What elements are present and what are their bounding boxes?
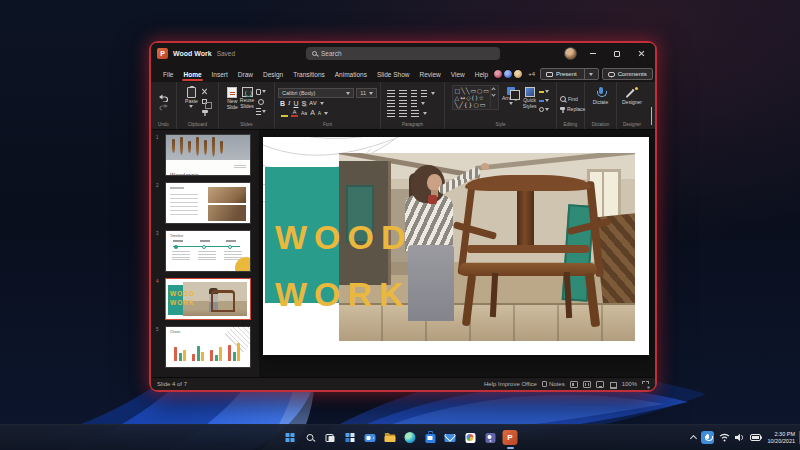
start-button[interactable] xyxy=(282,429,299,446)
wifi-icon[interactable] xyxy=(719,433,730,442)
quick-styles-button[interactable]: Quick Styles xyxy=(523,85,537,109)
close-button[interactable] xyxy=(633,47,649,61)
help-improve-office-link[interactable]: Help Improve Office xyxy=(484,381,537,387)
copy-button[interactable] xyxy=(200,98,210,105)
powerpoint-app-icon[interactable]: P xyxy=(157,48,168,59)
notes-button[interactable]: Notes xyxy=(542,381,565,387)
font-color-button[interactable]: A xyxy=(291,109,298,117)
align-right-icon[interactable] xyxy=(387,110,395,117)
designer-button[interactable]: Designer xyxy=(622,85,642,105)
layout-button[interactable] xyxy=(256,88,266,95)
redo-icon[interactable] xyxy=(158,104,169,111)
shapes-scroll[interactable] xyxy=(490,87,496,108)
collaborator-avatar-3[interactable] xyxy=(513,69,523,79)
tab-transitions[interactable]: Transitions xyxy=(288,71,330,82)
tab-design[interactable]: Design xyxy=(258,71,288,82)
fit-to-window-icon[interactable] xyxy=(642,381,649,388)
maximize-button[interactable] xyxy=(609,47,625,61)
teams-button[interactable] xyxy=(482,429,499,446)
paste-button[interactable]: Paste xyxy=(185,85,198,108)
photos-button[interactable] xyxy=(462,429,479,446)
highlight-color-button[interactable] xyxy=(280,109,288,117)
account-avatar[interactable] xyxy=(564,47,577,60)
battery-icon[interactable] xyxy=(750,434,762,441)
indent-increase-icon[interactable] xyxy=(421,90,427,97)
minimize-button[interactable] xyxy=(585,47,601,61)
new-slide-button[interactable]: New Slide xyxy=(227,85,238,110)
edge-button[interactable] xyxy=(402,429,419,446)
change-case-button[interactable]: Aa xyxy=(301,110,307,116)
tab-draw[interactable]: Draw xyxy=(233,71,258,82)
slideshow-view-button[interactable] xyxy=(609,381,617,388)
dictate-button[interactable]: Dictate xyxy=(593,85,609,105)
section-button[interactable] xyxy=(256,108,266,115)
task-view-button[interactable] xyxy=(322,429,339,446)
bold-button[interactable]: B xyxy=(280,100,285,107)
slide-thumbnail-2[interactable]: 2 xyxy=(165,182,251,224)
justify-icon[interactable] xyxy=(399,110,407,117)
line-spacing-icon[interactable] xyxy=(411,100,417,107)
tab-slide-show[interactable]: Slide Show xyxy=(372,71,415,82)
tab-home[interactable]: Home xyxy=(178,71,206,82)
file-explorer-button[interactable] xyxy=(382,429,399,446)
cut-button[interactable] xyxy=(200,88,210,95)
align-left-icon[interactable] xyxy=(387,100,395,107)
volume-icon[interactable] xyxy=(735,433,745,442)
shape-fill-button[interactable] xyxy=(539,88,549,95)
collaborator-avatar-2[interactable] xyxy=(503,69,513,79)
font-name-select[interactable]: Calibri (Body) xyxy=(278,88,354,98)
slide-sorter-view-button[interactable] xyxy=(583,381,591,388)
slide-thumbnail-3[interactable]: 3 Timeline xyxy=(165,230,251,272)
shape-outline-button[interactable] xyxy=(539,97,549,104)
collaborator-avatar-1[interactable] xyxy=(493,69,503,79)
tray-overflow-chevron[interactable] xyxy=(690,435,697,442)
store-button[interactable] xyxy=(422,429,439,446)
undo-icon[interactable] xyxy=(158,94,169,102)
reset-button[interactable] xyxy=(256,98,266,105)
present-dropdown[interactable] xyxy=(584,69,593,79)
slide-title-text[interactable]: WOOD WORK xyxy=(275,209,413,323)
present-button[interactable]: Present xyxy=(540,68,599,80)
indent-decrease-icon[interactable] xyxy=(411,90,417,97)
slide-thumbnail-4-selected[interactable]: 4 WOODWORK xyxy=(165,278,251,320)
shape-effects-button[interactable] xyxy=(539,106,549,113)
normal-view-button[interactable] xyxy=(570,381,578,388)
comments-button[interactable]: Comments xyxy=(602,68,653,80)
arrange-button[interactable]: Arrange xyxy=(502,85,520,105)
powerpoint-taskbar-button[interactable]: P xyxy=(502,429,519,446)
slide-editor[interactable]: WOOD WORK xyxy=(263,137,649,355)
reading-view-button[interactable] xyxy=(596,381,604,388)
shapes-gallery[interactable]: □╲╲▭○▭ △↔◇()☆ ╲╱{}○▭ xyxy=(452,85,499,110)
numbering-icon[interactable] xyxy=(399,90,407,97)
text-shadow-button[interactable]: S xyxy=(301,100,306,107)
mail-button[interactable] xyxy=(442,429,459,446)
microphone-in-use-icon[interactable] xyxy=(701,431,714,444)
font-size-select[interactable]: 11 xyxy=(356,88,377,98)
zoom-level[interactable]: 100% xyxy=(622,381,637,387)
tab-insert[interactable]: Insert xyxy=(207,71,233,82)
collapse-ribbon-button[interactable] xyxy=(651,108,652,126)
bullets-icon[interactable] xyxy=(387,90,395,97)
taskbar-search-button[interactable] xyxy=(302,429,319,446)
tab-review[interactable]: Review xyxy=(414,71,445,82)
underline-button[interactable]: U xyxy=(293,100,298,107)
replace-button[interactable]: Replace xyxy=(560,106,585,112)
slide-thumbnail-5[interactable]: 5 Charts xyxy=(165,326,251,368)
italic-button[interactable]: I xyxy=(288,100,290,107)
tab-file[interactable]: File xyxy=(158,71,178,82)
columns-icon[interactable] xyxy=(411,110,419,117)
slide-thumbnail-1[interactable]: 1 Woodgrain xyxy=(165,134,251,176)
character-spacing-button[interactable]: AV xyxy=(309,100,317,107)
widgets-button[interactable] xyxy=(342,429,359,446)
find-button[interactable]: Find xyxy=(560,96,578,102)
align-center-icon[interactable] xyxy=(399,100,407,107)
collaborator-overflow-count[interactable]: +4 xyxy=(528,71,535,77)
reuse-slides-button[interactable]: Reuse Slides xyxy=(240,85,254,109)
save-status[interactable]: Saved xyxy=(217,50,235,57)
shrink-font-button[interactable]: A xyxy=(318,110,321,116)
taskbar-clock[interactable]: 2:30 PM 10/20/2021 xyxy=(767,431,795,444)
grow-font-button[interactable]: A xyxy=(310,110,315,116)
tab-animations[interactable]: Animations xyxy=(330,71,372,82)
chat-button[interactable] xyxy=(362,429,379,446)
search-box[interactable]: Search xyxy=(306,47,500,60)
